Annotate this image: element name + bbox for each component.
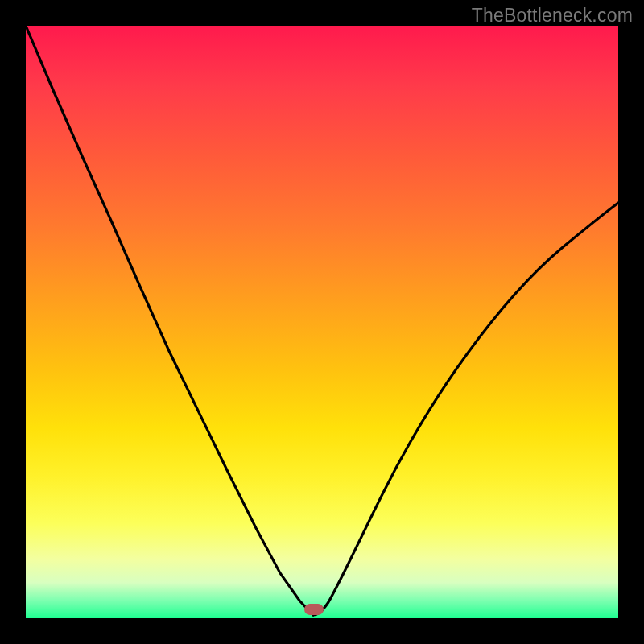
curve-right-branch xyxy=(313,203,618,615)
watermark-text: TheBottleneck.com xyxy=(472,5,633,27)
bottleneck-marker xyxy=(304,604,324,615)
curve-left-branch xyxy=(26,26,313,615)
chart-frame: TheBottleneck.com xyxy=(0,0,644,644)
bottleneck-curve xyxy=(26,26,618,618)
plot-area xyxy=(26,26,618,618)
